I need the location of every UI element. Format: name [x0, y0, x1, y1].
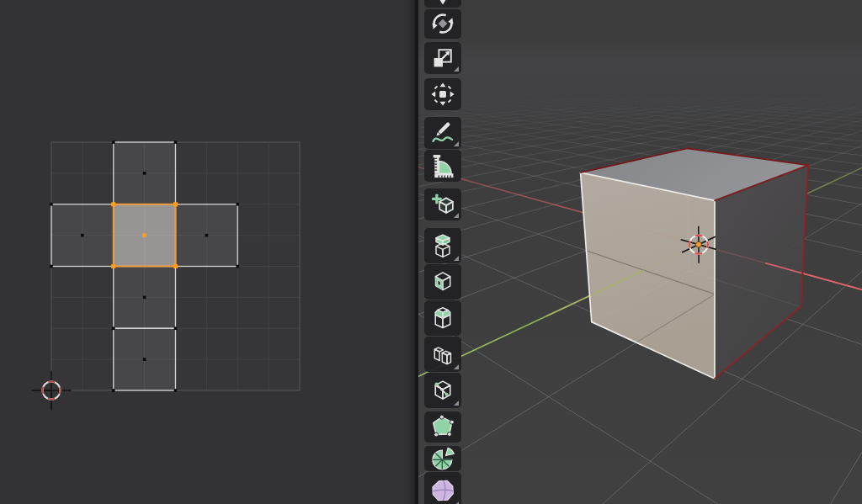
inset-icon [430, 269, 455, 294]
smooth-icon [430, 478, 455, 503]
uv-vertex[interactable] [174, 141, 178, 144]
uv-face-dot[interactable] [143, 358, 146, 361]
uv-face-dot[interactable] [205, 234, 209, 237]
uv-face-dot[interactable] [143, 172, 146, 175]
tool-spin-button[interactable] [424, 446, 461, 472]
uv-vertex[interactable] [174, 326, 178, 330]
loop-cut-icon [430, 342, 455, 367]
tool-knife-button[interactable] [424, 373, 461, 408]
uv-vertex-selected[interactable] [173, 264, 178, 268]
move-icon [430, 0, 455, 5]
tool-options-corner-icon [454, 213, 459, 218]
tool-bevel-button[interactable] [424, 300, 461, 336]
spin-icon [430, 446, 455, 471]
tool-measure-button[interactable] [424, 150, 461, 182]
tool-options-corner-icon [454, 401, 459, 406]
tool-move-button[interactable] [424, 0, 461, 8]
object-origin-dot[interactable] [696, 241, 702, 247]
uv-editor-edge-shade [402, 0, 415, 504]
uv-face-dot[interactable] [143, 296, 146, 300]
uv-vertex[interactable] [112, 141, 115, 144]
uv-vertex-selected[interactable] [111, 264, 115, 268]
uv-editor[interactable] [0, 0, 415, 504]
tool-options-corner-icon [454, 66, 459, 72]
tool-extrude-region-button[interactable] [424, 228, 461, 263]
tool-add-cube-button[interactable] [424, 188, 461, 220]
tool-annotate-button[interactable] [424, 117, 461, 149]
uv-face-dot[interactable] [81, 234, 84, 237]
uv-vertex[interactable] [236, 265, 239, 268]
tool-transform-button[interactable] [424, 78, 461, 110]
poly-build-icon [430, 414, 455, 439]
uv-vertex[interactable] [50, 265, 53, 268]
tool-rotate-button[interactable] [424, 9, 461, 39]
uv-vertex[interactable] [236, 203, 239, 206]
annotate-icon [430, 120, 455, 146]
viewport-3d-canvas[interactable] [418, 0, 862, 504]
uv-vertex[interactable] [112, 326, 115, 330]
tool-loop-cut-button[interactable] [424, 337, 461, 372]
blender-window [0, 0, 862, 504]
uv-vertex[interactable] [112, 389, 115, 392]
knife-icon [430, 378, 455, 403]
scale-icon [430, 45, 455, 71]
uv-vertex[interactable] [174, 389, 178, 392]
add-cube-icon [430, 192, 455, 217]
tool-smooth-button[interactable] [424, 472, 461, 504]
uv-vertex-selected[interactable] [111, 202, 115, 206]
bevel-icon [430, 305, 455, 331]
uv-vertex[interactable] [50, 203, 53, 206]
tool-scale-button[interactable] [424, 42, 461, 74]
rotate-icon [430, 11, 455, 36]
extrude-icon [430, 233, 455, 258]
viewport-3d[interactable] [418, 0, 862, 504]
tool-poly-build-button[interactable] [424, 411, 461, 443]
tool-options-corner-icon [454, 256, 459, 261]
transform-icon [430, 82, 455, 107]
uv-vertex-selected[interactable] [173, 202, 178, 206]
tool-inset-faces-button[interactable] [424, 264, 461, 300]
uv-editor-canvas[interactable] [0, 0, 415, 504]
measure-icon [430, 153, 455, 178]
tool-options-corner-icon [454, 141, 459, 146]
uv-face-dot-selected[interactable] [142, 233, 146, 237]
tool-options-corner-icon [454, 364, 459, 369]
